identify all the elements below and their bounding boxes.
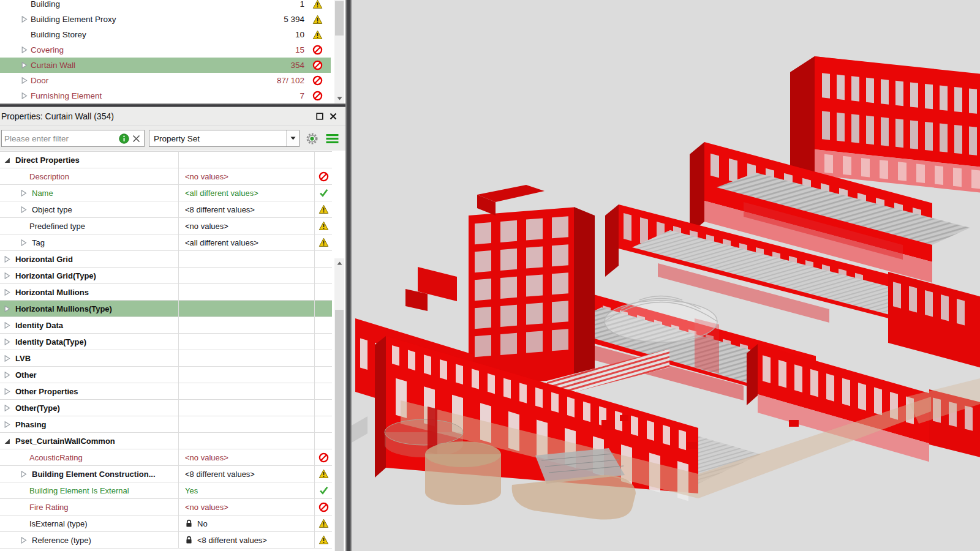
status-icon-cell	[310, 91, 325, 101]
property-row[interactable]: AcousticRating<no values>	[0, 449, 332, 466]
element-type-row[interactable]: Furnishing Element7	[0, 88, 331, 103]
element-count: 10	[267, 30, 310, 39]
properties-scrollbar[interactable]	[334, 258, 344, 551]
property-row[interactable]: IsExternal (type)No	[0, 515, 332, 532]
status-icon-cell	[315, 449, 332, 465]
expand-arrow-icon[interactable]	[21, 16, 28, 23]
property-row[interactable]: Building Element Construction...<8 diffe…	[0, 466, 332, 482]
property-row[interactable]: Predefined type<no values>	[0, 218, 332, 234]
expand-arrow-icon[interactable]	[20, 471, 27, 478]
element-type-row[interactable]: Building1	[0, 0, 331, 12]
expand-arrow-icon[interactable]	[20, 537, 27, 544]
filter-toolbar: Property Set	[0, 126, 345, 151]
expand-arrow-icon[interactable]	[21, 47, 28, 53]
property-row[interactable]: Description<no values>	[0, 168, 332, 185]
element-type-label: Building Storey	[31, 30, 267, 39]
element-type-row[interactable]: Curtain Wall354	[0, 58, 331, 73]
expand-arrow-icon[interactable]	[20, 206, 27, 213]
menu-button[interactable]	[324, 130, 340, 146]
property-group-row[interactable]: Identity Data(Type)	[0, 334, 332, 350]
property-label: Pset_CurtainWallCommon	[15, 437, 115, 446]
property-set-select[interactable]: Property Set	[149, 130, 300, 147]
target-filter-button[interactable]	[304, 130, 320, 146]
expand-arrow-icon[interactable]	[4, 421, 10, 428]
property-label: Horizontal Grid(Type)	[15, 271, 96, 280]
property-group-row[interactable]: Pset_CurtainWallCommon	[0, 433, 332, 449]
property-value: <8 different values>	[179, 201, 315, 217]
chevron-down-icon	[337, 97, 342, 100]
select-dropdown-button[interactable]	[286, 130, 299, 146]
property-value: <no values>	[179, 499, 315, 515]
property-set-value: Property Set	[154, 134, 200, 143]
panel-splitter-vertical[interactable]	[345, 0, 352, 551]
property-label: Fire Rating	[29, 503, 69, 512]
property-group-row[interactable]: Phasing	[0, 416, 332, 433]
collapse-arrow-icon[interactable]	[4, 157, 10, 163]
viewport-3d[interactable]	[352, 0, 980, 551]
expand-arrow-icon[interactable]	[21, 77, 28, 84]
expand-arrow-icon[interactable]	[4, 372, 10, 378]
element-type-label: Door	[31, 76, 267, 85]
expand-arrow-icon[interactable]	[21, 92, 28, 99]
expand-arrow-icon[interactable]	[4, 272, 10, 279]
element-type-label: Curtain Wall	[31, 61, 267, 70]
scroll-up-button[interactable]	[334, 258, 344, 268]
scrollbar-thumb[interactable]	[335, 310, 344, 551]
no-values-icon	[312, 60, 323, 70]
status-icon-cell	[315, 350, 332, 366]
element-type-row[interactable]: Door87/ 102	[0, 73, 331, 88]
property-group-row[interactable]: Horizontal Mullions	[0, 284, 332, 301]
maximize-button[interactable]	[313, 110, 326, 123]
expand-arrow-icon[interactable]	[4, 256, 10, 263]
status-icon-cell	[315, 317, 332, 333]
property-value	[179, 152, 315, 168]
property-group-row[interactable]: Other	[0, 367, 332, 383]
expand-arrow-icon[interactable]	[4, 289, 10, 296]
property-label: AcousticRating	[29, 453, 83, 462]
expand-arrow-icon[interactable]	[4, 355, 10, 362]
property-row[interactable]: Object type<8 different values>	[0, 201, 332, 218]
expand-arrow-icon[interactable]	[4, 405, 10, 411]
property-label: Name	[32, 189, 53, 198]
status-icon-cell	[315, 301, 332, 317]
property-group-row[interactable]: Horizontal Grid	[0, 251, 332, 268]
warning-icon	[312, 0, 323, 9]
filter-input[interactable]	[2, 134, 118, 143]
property-group-row[interactable]: LVB	[0, 350, 332, 367]
no-values-icon	[312, 75, 323, 86]
element-type-row[interactable]: Covering15	[0, 42, 331, 58]
expand-arrow-icon[interactable]	[20, 239, 27, 246]
property-value	[179, 350, 315, 366]
expand-arrow-icon[interactable]	[20, 190, 27, 197]
property-row[interactable]: Name<all different values>	[0, 185, 332, 201]
element-type-row[interactable]: Building Element Proxy5 394	[0, 12, 331, 27]
element-count: 5 394	[267, 15, 310, 24]
element-list-scrollbar[interactable]	[334, 0, 344, 103]
property-group-row[interactable]: Other Properties	[0, 383, 332, 400]
collapse-arrow-icon[interactable]	[4, 438, 10, 444]
scroll-down-button[interactable]	[334, 94, 344, 103]
expand-arrow-icon[interactable]	[4, 305, 10, 312]
expand-arrow-icon[interactable]	[4, 339, 10, 345]
property-group-row[interactable]: Horizontal Grid(Type)	[0, 268, 332, 284]
expand-arrow-icon[interactable]	[21, 62, 28, 69]
property-row[interactable]: Reference (type)<8 different values>	[0, 532, 332, 549]
status-icon-cell	[315, 201, 332, 217]
property-group-row[interactable]: Identity Data	[0, 317, 332, 334]
element-type-row[interactable]: Building Storey10	[0, 27, 331, 42]
warning-icon	[318, 535, 329, 545]
property-group-row[interactable]: Horizontal Mullions(Type)	[0, 301, 332, 317]
scrollbar-thumb[interactable]	[335, 1, 344, 36]
no-values-icon	[318, 452, 329, 463]
expand-arrow-icon[interactable]	[4, 388, 10, 395]
close-button[interactable]	[326, 110, 340, 123]
property-group-row[interactable]: Direct Properties	[0, 152, 332, 168]
property-row[interactable]: Fire Rating<no values>	[0, 499, 332, 515]
lock-icon	[185, 519, 193, 528]
property-row[interactable]: Tag<all different values>	[0, 234, 332, 251]
expand-arrow-icon[interactable]	[4, 322, 10, 329]
clear-filter-button[interactable]	[130, 132, 142, 145]
property-group-row[interactable]: Other(Type)	[0, 400, 332, 416]
property-row[interactable]: Building Element Is ExternalYes	[0, 482, 332, 499]
element-count: 1	[267, 0, 310, 9]
